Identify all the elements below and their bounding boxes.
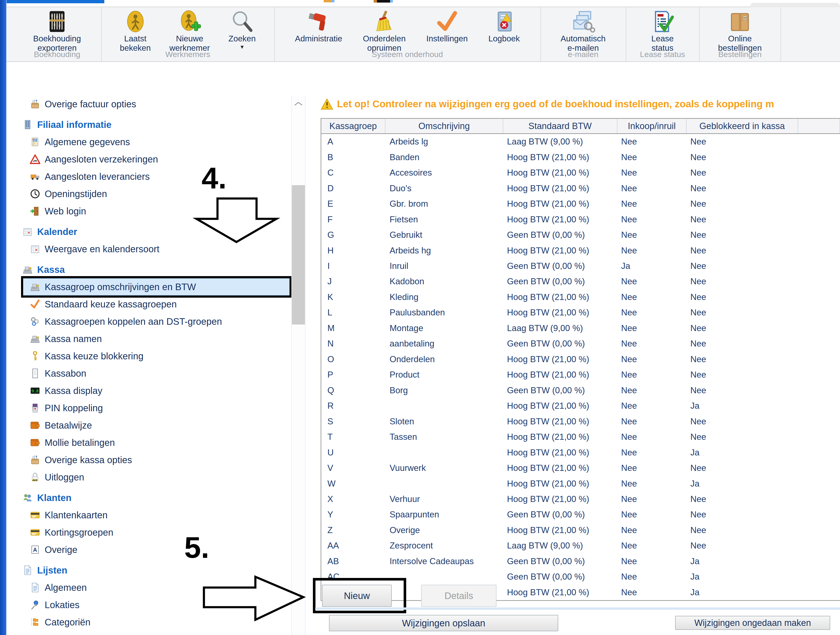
sidebar-item-kortingsgroepen[interactable]: Kortingsgroepen <box>22 524 291 541</box>
table-row-q[interactable]: QBorgGeen BTW (0,00 %)NeeNee <box>321 383 840 398</box>
cell-omschrijving: Kadobon <box>385 277 503 287</box>
cell-kassagroep: P <box>321 370 385 380</box>
table-row-w[interactable]: WHoog BTW (21,00 %)NeeJa <box>321 476 840 491</box>
table-row-o[interactable]: OOnderdelenHoog BTW (21,00 %)NeeNee <box>321 351 840 367</box>
table-row-f[interactable]: FFietsenHoog BTW (21,00 %)NeeNee <box>321 211 840 227</box>
broom-icon <box>372 9 396 33</box>
sidebar-item-uitloggen[interactable]: Uitloggen <box>22 468 291 486</box>
column-header-omschrijving[interactable]: Omschrijving <box>385 119 503 133</box>
sidebar-item-kassa-keuze-blokkering[interactable]: Kassa keuze blokkering <box>22 347 291 365</box>
scroll-up-arrow[interactable] <box>292 95 305 112</box>
sidebar-header-filiaal-informatie[interactable]: Filiaal informatie <box>22 116 291 133</box>
cell-standaard-btw: Hoog BTW (21,00 %) <box>503 479 617 488</box>
sidebar-label: Kassa display <box>45 386 103 396</box>
ribbon-group-boekhouding: Boekhouding exporterenBoekhouding <box>13 7 102 61</box>
ribbon-button-automatisch-e-mailen[interactable]: Automatisch e-mailen <box>561 9 606 53</box>
sidebar-item-openingstijden[interactable]: Openingstijden <box>22 185 291 202</box>
table-row-z[interactable]: ZOverigeHoog BTW (21,00 %)NeeNee <box>321 523 840 538</box>
sidebar-item-aangesloten-leveranciers[interactable]: Aangesloten leveranciers <box>22 168 291 185</box>
sidebar-item-pin-koppeling[interactable]: PIN koppeling <box>22 399 291 417</box>
sidebar-item-categori-n[interactable]: Categoriën <box>22 613 291 631</box>
ribbon-button-boekhouding-exporteren[interactable]: Boekhouding exporteren <box>33 9 81 53</box>
undo-changes-button[interactable]: Wijzigingen ongedaan maken <box>675 616 830 630</box>
table-row-aa[interactable]: AAZesprocentLaag BTW (9,00 %)NeeNee <box>321 538 840 553</box>
table-row-r[interactable]: RHoog BTW (21,00 %)NeeJa <box>321 398 840 414</box>
table-row-ac[interactable]: ACGeen BTW (0,00 %)NeeJa <box>321 569 840 585</box>
sidebar-item-mollie-betalingen[interactable]: Mollie betalingen <box>22 434 291 451</box>
table-row-a[interactable]: AArbeids lgLaag BTW (9,00 %)NeeNee <box>321 134 840 150</box>
table-row-i[interactable]: IInruilGeen BTW (0,00 %)JaNee <box>321 258 840 274</box>
cell-kassagroep: G <box>321 230 385 240</box>
save-changes-button[interactable]: Wijzigingen opslaan <box>329 615 558 631</box>
cell-omschrijving: Duo's <box>385 184 503 193</box>
table-row-j[interactable]: JKadobonGeen BTW (0,00 %)NeeNee <box>321 274 840 289</box>
table-row-v[interactable]: VVuurwerkHoog BTW (21,00 %)NeeNee <box>321 460 840 476</box>
sidebar-label: Aangesloten verzekeringen <box>45 154 158 165</box>
cell-kassagroep: J <box>321 277 385 287</box>
table-row-t[interactable]: TTassenHoog BTW (21,00 %)NeeNee <box>321 429 840 445</box>
ribbon-button-nieuwe-werknemer[interactable]: Nieuwe werknemer <box>169 9 210 53</box>
table-row-b[interactable]: BBandenHoog BTW (21,00 %)NeeNee <box>321 150 840 165</box>
sidebar-header-klanten[interactable]: Klanten <box>22 489 291 506</box>
sidebar-item-web-login[interactable]: Web login <box>22 202 291 220</box>
lock-icon <box>30 472 41 482</box>
ribbon-button-online-bestellingen[interactable]: Online bestellingen <box>718 9 762 53</box>
ribbon-group-bestellingen: Online bestellingenBestellingen <box>699 7 781 61</box>
table-row-m[interactable]: MMontageLaag BTW (9,00 %)NeeNee <box>321 321 840 336</box>
table-row-x[interactable]: XVerhuurHoog BTW (21,00 %)NeeNee <box>321 492 840 507</box>
ribbon-button-logboek[interactable]: Logboek <box>488 9 519 43</box>
table-row-ad[interactable]: ADHoog BTW (21,00 %)NeeJa <box>321 585 840 600</box>
sidebar-item-weergave-en-kalendersoort[interactable]: Weergave en kalendersoort <box>22 240 291 258</box>
sidebar-item-kassagroepen-koppelen-aan-dst-groepen[interactable]: Kassagroepen koppelen aan DST-groepen <box>22 313 291 330</box>
sidebar-item-algemene-gegevens[interactable]: Algemene gegevens <box>22 133 291 151</box>
sidebar-item-algemeen[interactable]: Algemeen <box>22 579 291 596</box>
sidebar-header-kassa[interactable]: Kassa <box>22 261 291 278</box>
cell-standaard-btw: Hoog BTW (21,00 %) <box>503 448 617 457</box>
sidebar-label: Klantenkaarten <box>45 510 107 520</box>
table-row-h[interactable]: HArbeids hgHoog BTW (21,00 %)NeeNee <box>321 243 840 258</box>
column-header-standaard-btw[interactable]: Standaard BTW <box>503 119 617 133</box>
sidebar-header-kalender[interactable]: Kalender <box>22 223 291 240</box>
sidebar-item-kassabon[interactable]: Kassabon <box>22 365 291 382</box>
ribbon-button-instellingen[interactable]: Instellingen <box>426 9 468 43</box>
table-row-ab[interactable]: ABIntersolve CadeaupasGeen BTW (0,00 %)N… <box>321 554 840 569</box>
scrollbar-thumb[interactable] <box>292 185 305 325</box>
table-row-d[interactable]: DDuo'sHoog BTW (21,00 %)NeeNee <box>321 181 840 196</box>
sidebar-item-lokaties[interactable]: Lokaties <box>22 596 291 613</box>
table-row-p[interactable]: PProductHoog BTW (21,00 %)NeeNee <box>321 367 840 383</box>
sidebar-item-kassa-namen[interactable]: Kassa namen <box>22 330 291 347</box>
sidebar-item-kassa-display[interactable]: 9.8Kassa display <box>22 382 291 399</box>
ribbon-button-onderdelen-opruimen[interactable]: Onderdelen opruimen <box>363 9 406 53</box>
sidebar-item-kassagroep-omschrijvingen-en-btw[interactable]: Kassagroep omschrijvingen en BTW <box>22 278 291 296</box>
sidebar-scrollbar[interactable] <box>291 95 305 635</box>
table-row-y[interactable]: YSpaarpuntenGeen BTW (0,00 %)NeeNee <box>321 507 840 522</box>
table-row-c[interactable]: CAccesoiresHoog BTW (21,00 %)NeeNee <box>321 165 840 181</box>
ribbon-button-zoeken[interactable]: Zoeken▾ <box>229 9 256 50</box>
ribbon-button-laatst-bekeken[interactable]: Laatst bekeken <box>120 9 151 53</box>
column-header-geblokkeerd-in-kassa[interactable]: Geblokkeerd in kassa <box>687 119 798 133</box>
table-row-u[interactable]: UHoog BTW (21,00 %)NeeJa <box>321 445 840 460</box>
table-row-e[interactable]: EGbr. bromHoog BTW (21,00 %)NeeNee <box>321 196 840 211</box>
new-button[interactable]: Nieuw <box>322 585 392 607</box>
sidebar-item-overige-kassa-opties[interactable]: Overige kassa opties <box>22 451 291 468</box>
column-header-inkoop-inruil[interactable]: Inkoop/inruil <box>617 119 687 133</box>
sidebar-item-betaalwijze[interactable]: Betaalwijze <box>22 417 291 434</box>
calendar-icon <box>30 244 41 254</box>
ribbon-button-lease-status[interactable]: Lease status <box>651 9 674 53</box>
table-row-k[interactable]: KKledingHoog BTW (21,00 %)NeeNee <box>321 290 840 305</box>
cell-inkoop-inruil: Nee <box>617 153 687 162</box>
table-row-g[interactable]: GGebruiktGeen BTW (0,00 %)NeeNee <box>321 227 840 243</box>
table-row-n[interactable]: NaanbetalingGeen BTW (0,00 %)NeeNee <box>321 336 840 351</box>
table-row-l[interactable]: LPaulusbandenHoog BTW (21,00 %)NeeNee <box>321 305 840 320</box>
sidebar-item-standaard-keuze-kassagroepen[interactable]: Standaard keuze kassagroepen <box>22 296 291 313</box>
sidebar-item-aangesloten-verzekeringen[interactable]: Aangesloten verzekeringen <box>22 151 291 168</box>
sidebar-item-overige[interactable]: AOverige <box>22 541 291 558</box>
sidebar-item-klantenkaarten[interactable]: Klantenkaarten <box>22 506 291 524</box>
sidebar-header-lijsten[interactable]: Lijsten <box>22 562 291 579</box>
cell-kassagroep: S <box>321 417 385 427</box>
sidebar-label: Kassabon <box>45 368 86 379</box>
ribbon-button-administratie[interactable]: Administratie <box>295 9 342 43</box>
table-row-s[interactable]: SSlotenHoog BTW (21,00 %)NeeNee <box>321 414 840 429</box>
column-header-kassagroep[interactable]: Kassagroep <box>321 119 385 133</box>
sidebar-item-overige-factuur-opties[interactable]: Overige factuur opties <box>22 95 291 113</box>
